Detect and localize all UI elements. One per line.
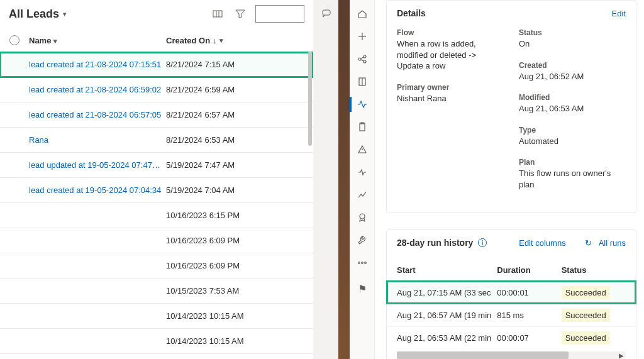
refresh-icon[interactable]: ↻ (585, 238, 592, 248)
filter-icon[interactable] (229, 5, 252, 23)
lead-created-value: 5/19/2024 7:47 AM (166, 160, 235, 170)
table-row[interactable]: lead created at 19-05-2024 07:04:345/19/… (0, 178, 313, 203)
status-label: Status (519, 28, 626, 37)
owner-value: Nishant Rana (397, 93, 504, 104)
rail-plus-icon[interactable] (350, 25, 374, 48)
run-start: Aug 21, 06:53 AM (22 min (397, 333, 497, 343)
table-row[interactable]: 10/15/2023 7:53 AM (0, 279, 313, 304)
lead-created-value: 8/21/2024 6:59 AM (166, 85, 235, 94)
svg-rect-3 (323, 10, 330, 15)
lead-name-link[interactable]: lead updated at 19-05-2024 07:47:… (29, 160, 166, 170)
run-status: Succeeded (562, 333, 626, 343)
all-runs-link[interactable]: All runs (599, 238, 626, 248)
run-status: Succeeded (562, 311, 626, 320)
table-row[interactable]: 10/16/2023 6:09 PM (0, 228, 313, 253)
lead-created-value: 8/21/2024 7:15 AM (166, 60, 235, 69)
table-row[interactable]: 10/14/2023 10:15 AM (0, 304, 313, 329)
edit-link[interactable]: Edit (612, 9, 626, 18)
run-duration: 00:00:07 (497, 333, 561, 343)
svg-line-9 (361, 57, 364, 58)
scrollbar-thumb[interactable] (397, 351, 569, 359)
created-label: Created (519, 61, 626, 70)
rail-share-icon[interactable] (350, 48, 374, 70)
modified-value: Aug 21, 06:53 AM (519, 103, 626, 114)
run-start: Aug 21, 07:15 AM (33 sec (397, 288, 497, 297)
plan-label: Plan (519, 158, 626, 167)
col-duration[interactable]: Duration (497, 265, 561, 275)
table-row[interactable]: lead created at 21-08-2024 06:59:028/21/… (0, 77, 313, 102)
panel-divider (313, 0, 350, 359)
scrollbar-thumb[interactable] (308, 52, 312, 146)
run-duration: 815 ms (497, 311, 561, 320)
status-value: On (519, 38, 626, 50)
rail-home-icon[interactable] (350, 3, 374, 25)
view-title[interactable]: All Leads (9, 8, 59, 21)
info-icon[interactable]: i (478, 238, 487, 247)
leads-panel: All Leads ▾ Name ▾ Created On ↓ ▾ lead (0, 0, 313, 359)
column-header-created[interactable]: Created On ↓ ▾ (166, 36, 223, 45)
lead-created-value: 10/16/2023 6:09 PM (166, 261, 240, 270)
horizontal-scrollbar[interactable]: ▶ (397, 351, 626, 359)
table-row[interactable]: lead created at 21-08-2024 07:15:518/21/… (0, 52, 313, 77)
flag-icon[interactable]: ⚑ (350, 283, 374, 295)
col-status[interactable]: Status (562, 265, 626, 275)
run-duration: 00:00:01 (497, 288, 561, 297)
rail-book-icon[interactable] (350, 70, 374, 93)
lead-created-value: 10/15/2023 7:53 AM (166, 286, 239, 295)
table-row[interactable]: 10/14/2023 10:15 AM (0, 329, 313, 354)
details-title: Details (397, 8, 426, 18)
chevron-down-icon[interactable]: ▾ (63, 10, 67, 18)
rail-activity-icon[interactable] (350, 93, 374, 116)
created-value: Aug 21, 06:52 AM (519, 71, 626, 82)
run-start: Aug 21, 06:57 AM (19 min (397, 311, 497, 320)
edit-columns-icon[interactable] (206, 5, 229, 23)
table-row[interactable]: Rana8/21/2024 6:53 AM (0, 128, 313, 153)
table-row[interactable]: lead created at 21-08-2024 06:57:058/21/… (0, 102, 313, 128)
table-row[interactable]: 10/16/2023 6:09 PM (0, 253, 313, 279)
rail-badge-icon[interactable] (350, 206, 374, 229)
search-input[interactable] (255, 5, 304, 23)
lead-name-link[interactable]: lead created at 21-08-2024 07:15:51 (29, 60, 166, 69)
modified-label: Modified (519, 93, 626, 102)
rail-wrench-icon[interactable] (350, 229, 374, 251)
plan-value: This flow runs on owner's plan (519, 168, 626, 190)
table-row[interactable]: lead updated at 19-05-2024 07:47:…5/19/2… (0, 153, 313, 178)
flow-value: When a row is added, modified or deleted… (397, 38, 504, 72)
run-history-title: 28-day run history (397, 238, 473, 248)
column-header-name[interactable]: Name ▾ (29, 36, 166, 45)
run-history-card: 28-day run history i Edit columns ↻ All … (386, 229, 636, 359)
lead-name-link[interactable]: lead created at 21-08-2024 06:59:02 (29, 85, 166, 94)
rail-health-icon[interactable] (350, 161, 374, 184)
flow-label: Flow (397, 28, 504, 37)
chat-icon[interactable] (322, 9, 332, 21)
col-start[interactable]: Start (397, 265, 497, 275)
run-history-row[interactable]: Aug 21, 06:53 AM (22 min00:00:07Succeede… (387, 326, 636, 349)
lead-name-link[interactable]: lead created at 21-08-2024 06:57:05 (29, 110, 166, 119)
lead-name-link[interactable]: lead created at 19-05-2024 07:04:34 (29, 185, 166, 195)
nav-rail: ⚑ (350, 0, 375, 359)
flow-detail-panel: Details Edit Flow When a row is added, m… (375, 0, 644, 359)
svg-point-18 (361, 262, 363, 264)
svg-point-7 (364, 55, 366, 58)
table-row[interactable]: 10/16/2023 6:15 PM (0, 203, 313, 228)
svg-point-6 (358, 58, 361, 60)
select-all-checkbox[interactable] (9, 35, 19, 45)
lead-created-value: 10/14/2023 10:15 AM (166, 311, 244, 321)
lead-name-link[interactable]: Rana (29, 135, 166, 145)
scroll-right-arrow[interactable]: ▶ (617, 351, 626, 359)
column-header-name-label: Name (29, 36, 51, 45)
svg-point-8 (364, 60, 366, 63)
lead-created-value: 8/21/2024 6:53 AM (166, 135, 235, 145)
run-history-row[interactable]: Aug 21, 06:57 AM (19 min815 msSucceeded (387, 304, 636, 326)
rail-clipboard-icon[interactable] (350, 116, 374, 138)
type-value: Automated (519, 136, 626, 147)
svg-rect-0 (213, 11, 222, 17)
svg-point-16 (360, 214, 365, 219)
table-row[interactable]: 10/14/2023 10:15 AM (0, 354, 313, 359)
rail-alert-icon[interactable] (350, 138, 374, 161)
rail-chart-icon[interactable] (350, 184, 374, 206)
run-history-row[interactable]: Aug 21, 07:15 AM (33 sec00:00:01Succeede… (387, 281, 636, 304)
edit-columns-link[interactable]: Edit columns (519, 238, 565, 248)
rail-more-icon[interactable] (350, 251, 374, 274)
svg-point-17 (358, 262, 360, 264)
